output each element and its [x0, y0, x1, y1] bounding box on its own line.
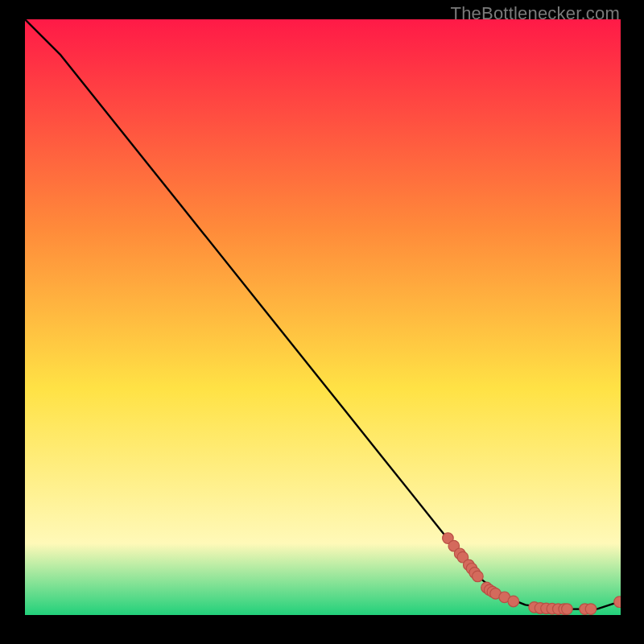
- chart-stage: TheBottlenecker.com: [0, 0, 644, 644]
- data-point: [614, 597, 621, 608]
- data-point: [508, 596, 519, 607]
- data-point: [562, 604, 573, 615]
- data-point: [585, 604, 597, 615]
- gradient-background: [25, 19, 621, 615]
- data-point: [473, 571, 484, 582]
- bottleneck-chart: [25, 19, 621, 615]
